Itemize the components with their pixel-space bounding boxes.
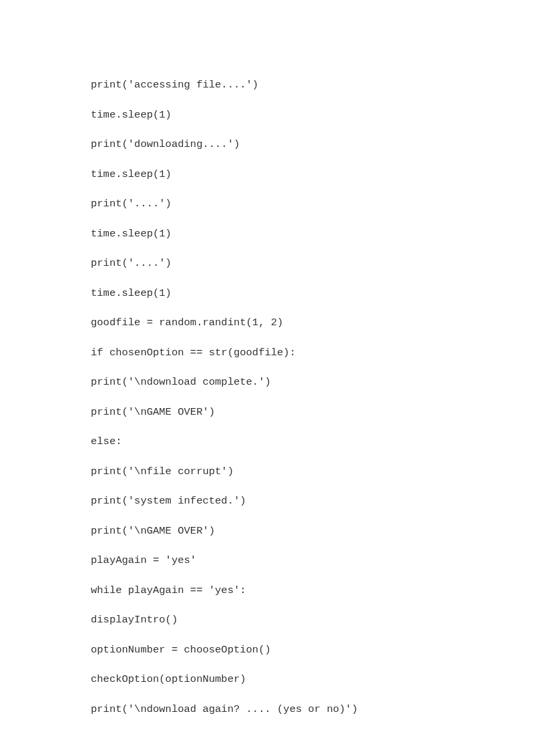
code-line: goodfile = random.randint(1, 2) — [91, 318, 534, 329]
code-line: print('system infected.') — [91, 496, 534, 507]
code-line: print('....') — [91, 199, 534, 210]
code-line: time.sleep(1) — [91, 110, 534, 121]
code-line: if chosenOption == str(goodfile): — [91, 348, 534, 359]
code-line: print('\nfile corrupt') — [91, 467, 534, 478]
code-line: displayIntro() — [91, 615, 534, 626]
code-block: print('accessing file....') time.sleep(1… — [91, 80, 534, 715]
code-line: print('downloading....') — [91, 140, 534, 150]
code-line: checkOption(optionNumber) — [91, 675, 534, 685]
code-line: print('....') — [91, 258, 534, 269]
code-line: print('\ndownload again? .... (yes or no… — [91, 705, 534, 715]
code-line: else: — [91, 437, 534, 447]
code-line: while playAgain == 'yes': — [91, 586, 534, 596]
code-line: optionNumber = chooseOption() — [91, 645, 534, 656]
code-line: time.sleep(1) — [91, 229, 534, 240]
document-page: print('accessing file....') time.sleep(1… — [0, 0, 534, 756]
code-line: time.sleep(1) — [91, 289, 534, 299]
code-line: time.sleep(1) — [91, 170, 534, 180]
code-line: print('\ndownload complete.') — [91, 377, 534, 388]
code-line: print('accessing file....') — [91, 80, 534, 91]
code-line: print('\nGAME OVER') — [91, 526, 534, 537]
code-line: print('\nGAME OVER') — [91, 407, 534, 418]
code-line: playAgain = 'yes' — [91, 556, 534, 566]
